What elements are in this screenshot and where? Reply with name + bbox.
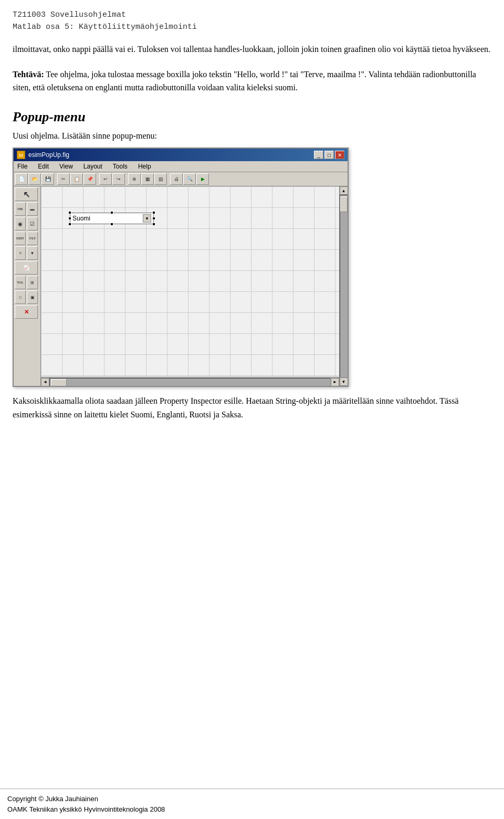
tb-inspect[interactable]: 🔍 [183, 173, 196, 185]
tb-save[interactable]: 💾 [41, 173, 54, 185]
intro-text: ilmoittavat, onko nappi päällä vai ei. T… [13, 43, 491, 56]
tb-new[interactable]: 📄 [15, 173, 28, 185]
lt-toggle[interactable]: TGL [15, 276, 26, 289]
dropdown-value: Suomi [72, 215, 90, 222]
after-image-text: Kaksoisklikkaamalla oliota saadaan jälle… [13, 394, 491, 421]
tb-undo[interactable]: ↩ [99, 173, 112, 185]
lt-listbox[interactable]: ≡ [15, 246, 26, 260]
lt-row-list: ≡ ▼ [15, 246, 39, 260]
lt-row-radio: ◉ ☑ [15, 217, 39, 230]
lt-text[interactable]: TXT [27, 232, 38, 245]
handle-tl [68, 211, 71, 214]
task-block: Tehtävä: Tee ohjelma, joka tulostaa mess… [13, 68, 491, 94]
menu-layout[interactable]: Layout [82, 162, 104, 171]
lt-radiobutton[interactable]: ◉ [15, 217, 26, 230]
lt-popup[interactable]: ▼ [27, 246, 38, 260]
tb-cut[interactable]: ✂ [57, 173, 70, 185]
scrollbar-vertical[interactable]: ▲ ▼ [339, 186, 348, 386]
lt-panel[interactable]: □ [15, 290, 26, 304]
menu-help[interactable]: Help [136, 162, 153, 171]
scrollbar-horizontal[interactable]: ◄ ► [41, 377, 339, 386]
menu-file[interactable]: File [16, 162, 29, 171]
menu-edit[interactable]: Edit [36, 162, 50, 171]
copyright-symbol: © [38, 795, 45, 803]
page-footer: Copyright © Jukka Jauhiainen OAMK Teknii… [0, 789, 504, 819]
lt-row-extra: □ ▣ [15, 290, 39, 304]
matlab-app-icon: M [17, 151, 25, 159]
menu-view[interactable]: View [58, 162, 75, 171]
matlab-toolbar: 📄 📂 💾 ✂ 📋 📌 ↩ ↪ ⊕ ▦ ▤ 🖨 🔍 ▶ [14, 172, 348, 186]
menu-tools[interactable]: Tools [111, 162, 129, 171]
lt-group[interactable]: ▣ [27, 290, 38, 304]
scroll-h-thumb [51, 379, 67, 386]
lt-slider[interactable]: ▬ [27, 202, 38, 216]
scroll-up-btn[interactable]: ▲ [340, 186, 348, 195]
footer-line2: OAMK Tekniikan yksikkö Hyvinvointiteknol… [7, 804, 497, 815]
lt-table[interactable]: ⊞ [27, 276, 38, 289]
handle-bl [68, 223, 71, 226]
lt-axes[interactable]: 📈 [15, 261, 38, 275]
lt-activex[interactable]: ✕ [15, 305, 38, 319]
handle-mr [152, 217, 155, 220]
dropdown-arrow[interactable]: ▼ [143, 214, 151, 223]
task-text: Tee ohjelma, joka tulostaa message boxil… [13, 70, 476, 92]
tb-grid2[interactable]: ▤ [154, 173, 167, 185]
maximize-button[interactable]: □ [324, 151, 334, 159]
matlab-menubar: File Edit View Layout Tools Help [14, 161, 348, 172]
footer-line1: Copyright © Jukka Jauhiainen [7, 794, 497, 804]
scroll-h-track [49, 378, 331, 386]
minimize-button[interactable]: _ [314, 151, 323, 159]
handle-ml [68, 217, 71, 220]
handle-br [152, 223, 155, 226]
popup-intro: Uusi ohjelma. Lisätään sinne popup-menu: [13, 129, 491, 143]
titlebar-left: M esimPopUp.fig [17, 151, 69, 159]
scroll-down-btn[interactable]: ▼ [340, 377, 348, 386]
lt-checkbox[interactable]: ☑ [27, 217, 38, 230]
tb-redo[interactable]: ↪ [112, 173, 125, 185]
header-line1: T211003 Sovellusohjelmat [13, 9, 491, 22]
popup-dropdown-control[interactable]: Suomi ▼ [70, 213, 154, 224]
lt-row-ok: OK ▬ [15, 202, 39, 216]
tb-grid1[interactable]: ▦ [141, 173, 154, 185]
page-header: T211003 Sovellusohjelmat Matlab osa 5: K… [13, 9, 491, 33]
scroll-v-thumb [340, 196, 348, 212]
matlab-canvas[interactable]: Suomi ▼ ◄ [41, 186, 348, 386]
lt-row-edit: EDIT TXT [15, 232, 39, 245]
matlab-title: esimPopUp.fig [28, 151, 69, 159]
header-line2: Matlab osa 5: Käyttöliittymäohjelmointi [13, 22, 491, 34]
lt-pushbutton[interactable]: OK [15, 202, 26, 216]
handle-bc [110, 223, 113, 226]
task-label: Tehtävä: [13, 70, 44, 79]
handle-tr [152, 211, 155, 214]
matlab-titlebar: M esimPopUp.fig _ □ ✕ [14, 149, 348, 161]
tb-run[interactable]: ▶ [196, 173, 209, 185]
tb-align[interactable]: ⊕ [128, 173, 141, 185]
tb-print[interactable]: 🖨 [170, 173, 183, 185]
close-button[interactable]: ✕ [335, 151, 344, 159]
matlab-left-toolbar: ↖ OK ▬ ◉ ☑ EDIT TXT ≡ [14, 186, 41, 386]
lt-edit[interactable]: EDIT [15, 232, 26, 245]
section-heading: Popup-menu [13, 109, 491, 125]
lt-row-tgl: TGL ⊞ [15, 276, 39, 289]
scroll-v-track [340, 195, 348, 377]
tb-open[interactable]: 📂 [28, 173, 41, 185]
scroll-left-btn[interactable]: ◄ [41, 378, 49, 386]
handle-tc [110, 211, 113, 214]
matlab-body: ↖ OK ▬ ◉ ☑ EDIT TXT ≡ [14, 186, 348, 386]
footer-author: Jukka Jauhiainen [45, 795, 98, 803]
copyright-text: Copyright [7, 795, 37, 803]
scroll-right-btn[interactable]: ► [331, 378, 339, 386]
lt-select[interactable]: ↖ [15, 187, 38, 201]
matlab-window: M esimPopUp.fig _ □ ✕ File Edit View Lay… [13, 148, 349, 387]
tb-copy[interactable]: 📋 [70, 173, 83, 185]
titlebar-buttons: _ □ ✕ [314, 151, 344, 159]
tb-paste[interactable]: 📌 [83, 173, 96, 185]
